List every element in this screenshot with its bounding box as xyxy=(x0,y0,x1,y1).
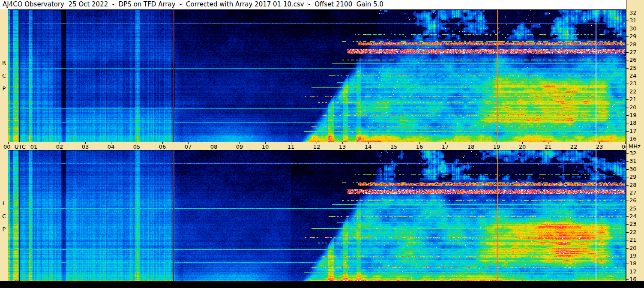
freq-label: 28 xyxy=(629,42,637,48)
freq-tick xyxy=(626,13,629,13)
freq-label: 19 xyxy=(629,112,637,118)
freq-unit-label: MHz xyxy=(629,143,641,150)
freq-label: 19 xyxy=(629,253,637,259)
freq-tick xyxy=(626,279,629,280)
freq-label: 18 xyxy=(629,261,637,267)
freq-tick xyxy=(626,264,629,264)
freq-label: 31 xyxy=(629,158,637,164)
freq-tick xyxy=(626,240,629,240)
lcp-polarization-letter: P xyxy=(0,226,8,232)
lcp-polarization-letter: L xyxy=(0,200,8,207)
hour-label: 11 xyxy=(285,144,297,150)
lcp-polarization-letter: C xyxy=(0,213,8,219)
freq-label: 17 xyxy=(629,269,637,275)
freq-tick xyxy=(626,169,629,170)
freq-label: 24 xyxy=(629,73,637,79)
freq-label: 20 xyxy=(629,105,637,111)
spectrograph-display: AJ4CO Observatory 25 Oct 2022 - DPS on T… xyxy=(0,0,644,288)
freq-tick xyxy=(626,139,629,139)
freq-tick xyxy=(626,29,629,29)
freq-tick xyxy=(626,256,629,256)
rcp-polarization-letter: C xyxy=(0,72,8,79)
hour-label: 07 xyxy=(183,144,194,150)
lcp-spectrogram-canvas xyxy=(8,150,626,281)
hour-label: 13 xyxy=(337,144,348,150)
hour-label: 12 xyxy=(311,144,322,150)
freq-label: 32 xyxy=(629,10,637,16)
freq-tick xyxy=(626,209,629,209)
freq-tick xyxy=(626,131,629,132)
freq-label: 31 xyxy=(629,18,637,24)
hour-label: 09 xyxy=(234,144,245,150)
hour-label: 01 xyxy=(28,144,39,150)
hour-label: 21 xyxy=(542,144,554,150)
lcp-spectrogram-panel xyxy=(8,150,626,281)
freq-tick xyxy=(626,92,629,92)
freq-label: 29 xyxy=(629,33,637,39)
hour-label: 08 xyxy=(208,144,219,150)
rcp-polarization-letter: P xyxy=(0,85,8,92)
freq-label: 16 xyxy=(629,276,637,282)
hour-label: 06 xyxy=(157,144,168,150)
freq-label: 29 xyxy=(629,174,637,180)
freq-tick xyxy=(626,201,629,201)
freq-tick xyxy=(626,232,629,233)
freq-tick xyxy=(626,272,629,272)
freq-tick xyxy=(626,76,629,76)
hour-label: 16 xyxy=(414,144,425,150)
hour-tick xyxy=(8,142,9,144)
freq-tick xyxy=(626,193,629,193)
freq-tick xyxy=(626,52,629,53)
freq-tick xyxy=(626,60,629,60)
freq-tick xyxy=(626,216,629,217)
freq-label: 24 xyxy=(629,213,637,219)
time-start-label: 00 xyxy=(3,144,11,150)
freq-label: 32 xyxy=(629,150,637,156)
freq-tick xyxy=(626,108,629,108)
freq-tick xyxy=(626,177,629,177)
freq-label: 26 xyxy=(629,198,637,204)
freq-label: 30 xyxy=(629,166,637,172)
hour-label: 04 xyxy=(105,144,117,150)
frequency-axis: MHz 323130292827262524232221201918171632… xyxy=(626,0,644,281)
freq-label: 23 xyxy=(629,221,637,227)
freq-label: 22 xyxy=(629,229,637,235)
freq-label: 26 xyxy=(629,57,637,63)
freq-tick xyxy=(626,99,629,100)
freq-label: 23 xyxy=(629,81,637,87)
freq-tick xyxy=(626,153,629,154)
freq-label: 21 xyxy=(629,96,637,102)
hour-label: 02 xyxy=(54,144,65,150)
rcp-spectrogram-panel xyxy=(8,9,626,142)
freq-tick xyxy=(626,123,629,123)
hour-label: 18 xyxy=(465,144,476,150)
hour-label: 10 xyxy=(260,144,271,150)
freq-label: 25 xyxy=(629,206,637,212)
freq-label: 21 xyxy=(629,237,637,243)
freq-tick xyxy=(626,224,629,225)
freq-label: 25 xyxy=(629,65,637,71)
hour-label: 20 xyxy=(517,144,528,150)
rcp-polarization-letter: R xyxy=(0,60,8,66)
freq-tick xyxy=(626,185,629,186)
hour-label: 03 xyxy=(80,144,91,150)
title-bar: AJ4CO Observatory 25 Oct 2022 - DPS on T… xyxy=(0,0,626,9)
hour-label: 22 xyxy=(568,144,579,150)
freq-tick xyxy=(626,161,629,162)
freq-label: 28 xyxy=(629,182,637,188)
freq-tick xyxy=(626,84,629,84)
hour-label: 23 xyxy=(594,144,605,150)
freq-tick xyxy=(626,68,629,69)
hour-label: 05 xyxy=(131,144,142,150)
hour-label: 15 xyxy=(388,144,399,150)
freq-tick xyxy=(626,36,629,37)
freq-label: 16 xyxy=(629,136,637,142)
freq-label: 27 xyxy=(629,49,637,55)
freq-tick xyxy=(626,115,629,116)
freq-label: 20 xyxy=(629,245,637,251)
freq-label: 27 xyxy=(629,190,637,196)
freq-label: 17 xyxy=(629,128,637,134)
freq-label: 18 xyxy=(629,120,637,126)
hour-label: 17 xyxy=(440,144,451,150)
hour-tick xyxy=(625,142,626,144)
